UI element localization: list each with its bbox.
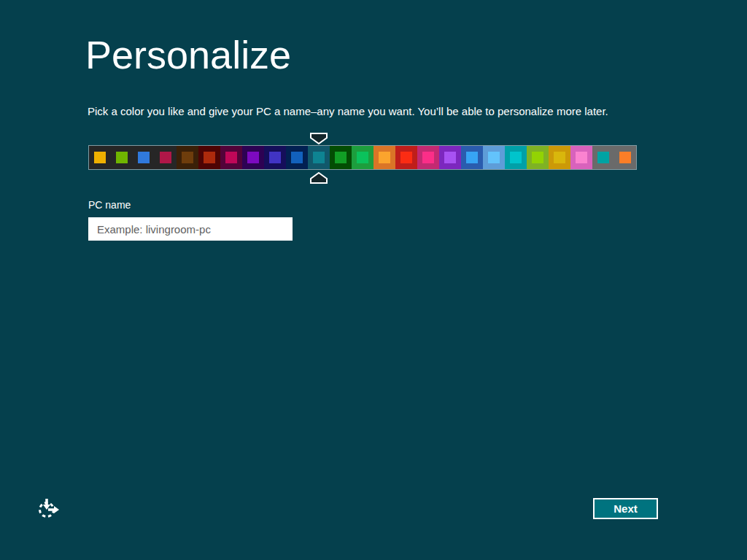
color-tile-2[interactable] [133, 146, 155, 169]
next-button[interactable]: Next [593, 498, 658, 519]
color-swatch [313, 152, 325, 163]
color-tile-24[interactable] [614, 146, 636, 169]
color-swatch [204, 152, 215, 163]
selection-arrow-top-icon[interactable] [310, 133, 328, 144]
color-tile-9[interactable] [286, 146, 308, 169]
color-swatch [225, 152, 237, 163]
color-swatch [357, 152, 368, 163]
color-tile-10[interactable] [308, 146, 330, 169]
color-swatch [160, 152, 171, 163]
page-title: Personalize [85, 32, 291, 77]
pc-name-input[interactable] [88, 217, 293, 241]
color-tile-6[interactable] [220, 146, 242, 169]
color-tile-8[interactable] [264, 146, 286, 169]
color-swatch [138, 152, 150, 163]
color-swatch [335, 152, 347, 163]
color-swatch [379, 152, 390, 163]
color-swatch [510, 152, 522, 163]
color-swatch [94, 152, 106, 163]
color-swatch [619, 152, 631, 163]
color-swatch [488, 152, 500, 163]
selection-arrow-bottom-icon[interactable] [310, 172, 328, 184]
color-tile-22[interactable] [570, 146, 592, 169]
color-tile-12[interactable] [352, 146, 374, 169]
color-swatch [532, 152, 543, 163]
color-tile-3[interactable] [155, 146, 177, 169]
color-swatch [597, 152, 609, 163]
color-tile-17[interactable] [461, 146, 483, 169]
color-swatch [466, 152, 478, 163]
color-tile-16[interactable] [439, 146, 461, 169]
color-tile-4[interactable] [177, 146, 198, 169]
color-tile-5[interactable] [198, 146, 220, 169]
color-swatch [269, 152, 281, 163]
color-swatch [182, 152, 193, 163]
color-strip[interactable] [88, 145, 637, 170]
ease-of-access-button[interactable] [36, 496, 61, 521]
color-swatch [422, 152, 434, 163]
color-tile-21[interactable] [549, 146, 570, 169]
color-tile-13[interactable] [374, 146, 395, 169]
color-tile-20[interactable] [527, 146, 549, 169]
color-swatch [400, 152, 412, 163]
color-swatch [116, 152, 128, 163]
color-swatch [576, 152, 587, 163]
color-swatch [291, 152, 303, 163]
color-tile-14[interactable] [395, 146, 417, 169]
color-tile-19[interactable] [505, 146, 527, 169]
color-swatch [444, 152, 456, 163]
color-tile-1[interactable] [111, 146, 133, 169]
color-tile-23[interactable] [592, 146, 614, 169]
color-tile-18[interactable] [483, 146, 505, 169]
pc-name-label: PC name [88, 199, 131, 211]
color-swatch [554, 152, 565, 163]
color-tile-15[interactable] [417, 146, 439, 169]
ease-of-access-icon [36, 496, 61, 521]
color-swatch [247, 152, 259, 163]
color-tile-0[interactable] [89, 146, 111, 169]
color-tile-11[interactable] [330, 146, 352, 169]
color-tile-7[interactable] [242, 146, 264, 169]
instruction-text: Pick a color you like and give your PC a… [88, 105, 608, 117]
